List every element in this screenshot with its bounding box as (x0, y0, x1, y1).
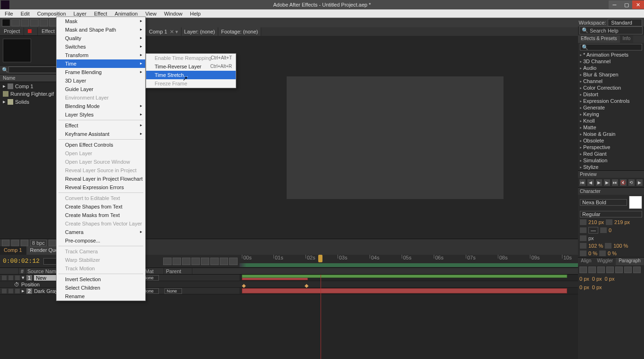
solo-icon[interactable] (8, 289, 13, 293)
text-color-swatch[interactable] (629, 196, 642, 209)
align-center-icon[interactable] (588, 267, 596, 273)
menu-edit[interactable]: Edit (17, 10, 33, 17)
font-style-dropdown[interactable]: Regular (580, 211, 642, 217)
effects-category[interactable]: ▸Obsolete (578, 137, 644, 144)
rotate-tool-icon[interactable] (30, 19, 39, 26)
bin-icon[interactable] (2, 240, 9, 246)
lock-icon[interactable] (15, 276, 20, 280)
effects-category[interactable]: ▸Stylize (578, 164, 644, 170)
tl-btn-5[interactable] (201, 258, 209, 265)
loop-icon[interactable]: ⟲ (628, 179, 635, 186)
menuitem-time-stretch[interactable]: Time Stretch... (146, 71, 236, 79)
effects-category[interactable]: ▸Keying (578, 111, 644, 117)
timeline-tab-comp[interactable]: Comp 1 (0, 246, 26, 255)
menuitem-quality[interactable]: Quality (57, 34, 145, 42)
new-comp-icon[interactable] (11, 240, 19, 246)
align-right-icon[interactable] (597, 267, 605, 273)
menuitem-mask[interactable]: Mask (57, 17, 145, 25)
menuitem-pre-compose[interactable]: Pre-compose... (57, 236, 145, 245)
search-help-label[interactable]: Search Help (590, 28, 619, 33)
lock-icon[interactable] (15, 289, 20, 293)
close-icon[interactable]: ✕ (170, 29, 174, 35)
zoom-tool-icon[interactable] (21, 19, 29, 26)
baseline-value[interactable]: 0 % (588, 250, 597, 256)
menuitem-layer-styles[interactable]: Layer Styles (57, 110, 145, 119)
tab-paragraph[interactable]: Paragraph (616, 258, 644, 265)
tab-project[interactable]: Project (0, 27, 24, 35)
menuitem-time[interactable]: Time (57, 59, 145, 68)
effects-category[interactable]: ▸Red Giant (578, 150, 644, 157)
indent-value[interactable]: 0 px (605, 276, 615, 282)
menuitem-keyframe-assistant[interactable]: Keyframe Assistant (57, 130, 145, 138)
menuitem-switches[interactable]: Switches (57, 42, 145, 51)
menu-help[interactable]: Help (186, 10, 205, 17)
layer-duration-bar[interactable] (242, 275, 567, 278)
menu-composition[interactable]: Composition (33, 10, 70, 17)
effects-category[interactable]: ▸Color Correction (578, 84, 644, 91)
comp-tab-footage[interactable]: Footage: (none) (218, 27, 261, 36)
visibility-icon[interactable] (2, 276, 7, 280)
effects-category[interactable]: ▸Perspective (578, 144, 644, 150)
font-size-value[interactable]: 210 px (588, 219, 604, 225)
menuitem-time-reverse-layer[interactable]: Time-Reverse LayerCtrl+Alt+R (146, 62, 236, 71)
timeline-timecode[interactable]: 0:00:02:12 (3, 258, 40, 265)
justify-all-icon[interactable] (633, 267, 641, 273)
bpc-toggle[interactable]: 8 bpc (30, 240, 47, 246)
effects-category[interactable]: ▸Noise & Grain (578, 131, 644, 137)
hscale-value[interactable]: 100 % (613, 243, 628, 249)
menuitem-select-children[interactable]: Select Children (57, 284, 145, 292)
composition-canvas[interactable] (287, 76, 504, 199)
menu-effect[interactable]: Effect (90, 10, 111, 17)
visibility-icon[interactable] (2, 289, 7, 293)
ram-preview-icon[interactable]: ▶ (636, 179, 643, 186)
tracking-value[interactable]: 0 (609, 227, 611, 233)
effects-category[interactable]: ▸Blur & Sharpen (578, 71, 644, 78)
effects-category[interactable]: ▸Matte (578, 124, 644, 131)
playhead[interactable] (318, 255, 322, 262)
effects-search-input[interactable]: 🔍 (580, 44, 642, 50)
tl-btn-8[interactable] (229, 258, 238, 265)
menuitem-invert-selection[interactable]: Invert Selection (57, 275, 145, 284)
menuitem-3d-layer[interactable]: 3D Layer (57, 76, 145, 85)
menu-file[interactable]: File (1, 10, 17, 17)
effects-category[interactable]: ▸3D Channel (578, 58, 644, 65)
justify-last-center-icon[interactable] (615, 267, 623, 273)
tab-align[interactable]: Align (578, 258, 594, 265)
vscale-value[interactable]: 102 % (588, 243, 603, 249)
tl-btn-3[interactable] (182, 258, 190, 265)
hand-tool-icon[interactable] (11, 19, 20, 26)
menuitem-mask-shape-path[interactable]: Mask and Shape Path (57, 25, 145, 34)
menu-animation[interactable]: Animation (111, 10, 141, 17)
indent-value[interactable]: 0 px (592, 284, 602, 290)
comp-tab-active[interactable]: Comp 1 ✕ ▾ (146, 27, 182, 36)
tab-effect-controls-indicator[interactable] (24, 27, 38, 35)
current-time-indicator[interactable] (321, 275, 321, 359)
menuitem-open-effect-controls[interactable]: Open Effect Controls (57, 141, 145, 149)
menuitem-guide-layer[interactable]: Guide Layer (57, 85, 145, 93)
effects-category[interactable]: ▸Channel (578, 78, 644, 84)
prev-frame-icon[interactable]: ◀ (587, 179, 594, 186)
effects-category[interactable]: ▸Audio (578, 65, 644, 71)
menuitem-create-masks-text[interactable]: Create Masks from Text (57, 211, 145, 219)
tl-btn-7[interactable] (220, 258, 228, 265)
menuitem-camera[interactable]: Camera (57, 228, 145, 236)
parent-dropdown[interactable]: None (165, 288, 182, 294)
tl-btn-1[interactable] (163, 258, 172, 265)
work-area-bar[interactable] (239, 263, 578, 267)
tab-wiggler[interactable]: Wiggler (594, 258, 616, 265)
effects-category[interactable]: ▸Expression Controls (578, 98, 644, 104)
indent-value[interactable]: 0 px (592, 276, 602, 282)
maximize-button[interactable]: ▢ (620, 0, 632, 9)
close-button[interactable]: ✕ (632, 0, 644, 9)
menuitem-rename[interactable]: Rename (57, 292, 145, 301)
solo-icon[interactable] (8, 276, 13, 280)
effects-category[interactable]: ▸Knoll (578, 117, 644, 124)
effects-category[interactable]: ▸Generate (578, 104, 644, 111)
mute-icon[interactable]: 🔇 (620, 179, 626, 186)
menuitem-transform[interactable]: Transform (57, 51, 145, 59)
menu-window[interactable]: Window (160, 10, 186, 17)
first-frame-icon[interactable]: ⏮ (579, 179, 586, 186)
layer-duration-bar[interactable] (242, 288, 567, 293)
justify-last-right-icon[interactable] (624, 267, 632, 273)
effects-category[interactable]: ▸Distort (578, 91, 644, 98)
